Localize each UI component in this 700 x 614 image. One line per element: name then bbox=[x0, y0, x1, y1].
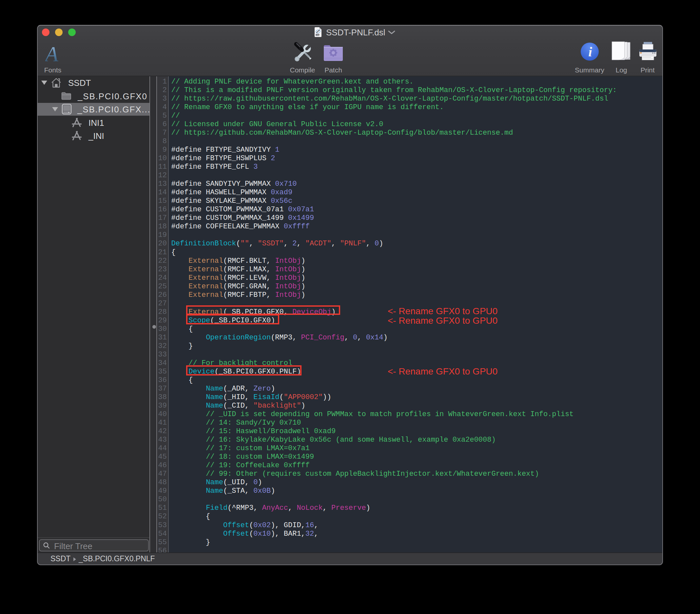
svg-text:i: i bbox=[588, 44, 592, 59]
svg-text:DSL: DSL bbox=[316, 34, 320, 36]
